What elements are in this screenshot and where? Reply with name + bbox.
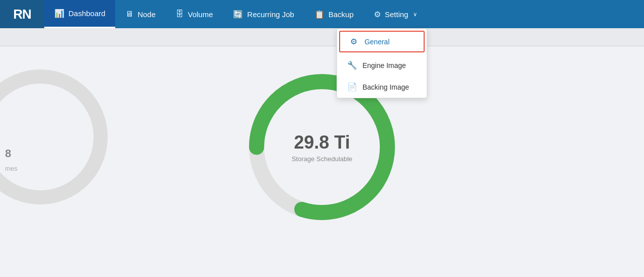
chevron-down-icon: ∨ — [413, 11, 417, 18]
backing-image-icon: 📄 — [347, 82, 356, 92]
dropdown-item-engine-image[interactable]: 🔧 Engine Image — [337, 54, 427, 76]
backup-icon: 📋 — [314, 10, 325, 19]
left-chart — [0, 56, 121, 218]
brand-logo: RN — [0, 0, 44, 28]
left-chart-value: 8 — [5, 147, 11, 160]
nav-label-setting: Setting — [385, 10, 409, 19]
svg-point-0 — [0, 77, 101, 197]
subheader — [0, 28, 644, 46]
main-content: 8 mes 29.8 Ti Storage Schedulable CSDN @… — [0, 46, 644, 277]
nav-label-volume: Volume — [188, 10, 213, 19]
nav-label-backup: Backup — [329, 10, 354, 19]
setting-icon: ⚙ — [374, 10, 381, 19]
nav-item-setting[interactable]: ⚙ Setting ∨ ⚙ General 🔧 Engine Image 📄 B… — [364, 0, 428, 28]
nav-label-node: Node — [137, 10, 155, 19]
nav-item-dashboard[interactable]: 📊 Dashboard — [44, 0, 115, 28]
navbar: RN 📊 Dashboard 🖥 Node 🗄 Volume 🔄 Recurri… — [0, 0, 644, 28]
nav-label-dashboard: Dashboard — [68, 9, 105, 18]
dropdown-label-backing-image: Backing Image — [362, 83, 409, 91]
general-icon: ⚙ — [349, 37, 358, 46]
left-chart-label: mes — [5, 165, 18, 172]
volume-icon: 🗄 — [176, 10, 184, 19]
engine-image-icon: 🔧 — [347, 60, 356, 70]
dropdown-label-general: General — [364, 38, 389, 46]
recurring-job-icon: 🔄 — [233, 10, 243, 19]
dropdown-item-backing-image[interactable]: 📄 Backing Image — [337, 76, 427, 98]
nav-item-backup[interactable]: 📋 Backup — [304, 0, 364, 28]
dropdown-item-general[interactable]: ⚙ General — [339, 31, 425, 52]
center-chart-label: 29.8 Ti Storage Schedulable — [292, 132, 353, 163]
nav-item-volume[interactable]: 🗄 Volume — [166, 0, 223, 28]
center-chart-value: 29.8 Ti — [292, 132, 353, 153]
setting-dropdown-menu: ⚙ General 🔧 Engine Image 📄 Backing Image — [337, 28, 427, 98]
nav-item-recurring-job[interactable]: 🔄 Recurring Job — [223, 0, 304, 28]
center-chart-subtitle: Storage Schedulable — [292, 155, 353, 163]
nav-items: 📊 Dashboard 🖥 Node 🗄 Volume 🔄 Recurring … — [44, 0, 644, 28]
dropdown-label-engine-image: Engine Image — [362, 61, 406, 70]
nav-item-node[interactable]: 🖥 Node — [115, 0, 166, 28]
nav-label-recurring-job: Recurring Job — [247, 10, 294, 19]
node-icon: 🖥 — [125, 10, 133, 19]
brand-text: RN — [13, 7, 31, 22]
dashboard-icon: 📊 — [54, 9, 64, 18]
